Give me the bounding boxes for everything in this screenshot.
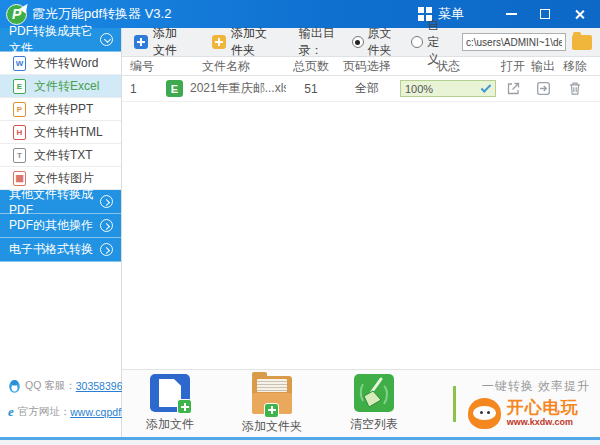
file-name: 2021年重庆邮...xls: [190, 80, 286, 97]
minimize-icon: [506, 13, 517, 15]
add-file-button[interactable]: 添加文件: [134, 25, 184, 59]
sidebar-item-label: 文件转Word: [34, 55, 98, 72]
plus-icon: [177, 399, 192, 414]
chevron-right-icon: [100, 195, 113, 208]
brand-site: www.kxdw.com: [507, 418, 579, 428]
browser-icon: e: [8, 404, 14, 420]
table-header: 编号 文件名称 总页数 页码选择 状态 打开 输出 移除: [122, 57, 600, 76]
toolbar: 添加文件 添加文件夹 输出目录： 原文件夹 自定义: [122, 28, 600, 57]
clear-list-icon: [354, 374, 394, 412]
open-file-button[interactable]: [498, 81, 528, 96]
maximize-icon: [540, 9, 550, 19]
output-path-input[interactable]: [462, 33, 566, 51]
add-folder-label: 添加文件夹: [231, 25, 271, 59]
minimize-button[interactable]: [498, 2, 524, 26]
check-icon: [481, 82, 492, 93]
big-add-file-button[interactable]: 添加文件: [146, 374, 194, 433]
sidebar-item-label: 文件转图片: [34, 170, 94, 187]
page-select-value[interactable]: 全部: [336, 80, 398, 97]
sidebar-item-label: 文件转PPT: [34, 101, 93, 118]
add-folder-icon: [212, 35, 226, 49]
qq-icon: [8, 379, 21, 393]
contact-info: QQ 客服： 303583960 e 官方网址： www.cqpdf.net: [0, 373, 121, 437]
window-title: 霞光万能pdf转换器 V3.2: [32, 5, 171, 23]
browse-folder-button[interactable]: [572, 35, 592, 50]
close-icon: [574, 9, 585, 20]
maximize-button[interactable]: [532, 2, 558, 26]
sidebar-section-pdf-to-other[interactable]: PDF转换成其它文件: [0, 28, 121, 52]
col-name: 文件名称: [166, 58, 286, 75]
sidebar-item-pdf-to-txt[interactable]: T 文件转TXT: [0, 144, 121, 167]
txt-file-icon: T: [13, 148, 26, 163]
open-external-icon: [506, 81, 521, 96]
radio-source-label: 原文件夹: [368, 25, 400, 59]
word-file-icon: W: [13, 56, 26, 71]
sidebar: PDF转换成其它文件 W 文件转Word E 文件转Excel P 文件转PPT…: [0, 28, 122, 437]
bottom-action-bar: 添加文件 添加文件夹 清空列表: [122, 369, 600, 437]
radio-unselected-icon: [411, 36, 423, 48]
promo-divider: [453, 386, 456, 422]
output-dir-label: 输出目录：: [299, 25, 344, 59]
html-file-icon: H: [13, 125, 26, 140]
remove-file-button[interactable]: [558, 81, 592, 96]
sidebar-item-pdf-to-word[interactable]: W 文件转Word: [0, 52, 121, 75]
col-page-select: 页码选择: [336, 58, 398, 75]
ppt-file-icon: P: [13, 102, 26, 117]
radio-selected-icon: [352, 36, 364, 48]
file-list-empty-area: [122, 102, 600, 369]
app-window: P 霞光万能pdf转换器 V3.2 菜单 PDF转换成其它文件 W 文件转Wor…: [0, 0, 600, 445]
kxdw-mascot-icon: [468, 398, 501, 429]
qq-number-link[interactable]: 303583960: [76, 380, 129, 392]
chevron-down-icon: [100, 33, 113, 46]
sidebar-item-label: 文件转Excel: [34, 78, 99, 95]
page-count: 51: [286, 82, 336, 96]
clear-list-button[interactable]: 清空列表: [350, 374, 398, 433]
progress-percent: 100%: [405, 83, 433, 95]
col-no: 编号: [130, 58, 166, 75]
chevron-right-icon: [100, 243, 113, 256]
main-content: 添加文件 添加文件夹 输出目录： 原文件夹 自定义: [122, 28, 600, 437]
table-row[interactable]: 1 E 2021年重庆邮...xls 51 全部 100%: [122, 76, 600, 102]
sidebar-section-label: 其他文件转换成PDF: [9, 186, 100, 217]
col-output: 输出: [528, 58, 558, 75]
col-pages: 总页数: [286, 58, 336, 75]
qq-label: QQ 客服：: [25, 379, 76, 393]
sidebar-item-pdf-to-html[interactable]: H 文件转HTML: [0, 121, 121, 144]
big-add-folder-label: 添加文件夹: [242, 418, 302, 435]
add-file-label: 添加文件: [153, 25, 184, 59]
sidebar-section-other-to-pdf[interactable]: 其他文件转换成PDF: [0, 190, 121, 214]
excel-doc-icon: E: [166, 80, 183, 97]
sidebar-item-label: 文件转TXT: [34, 147, 93, 164]
export-icon: [536, 81, 551, 96]
chevron-right-icon: [100, 219, 113, 232]
clear-list-label: 清空列表: [350, 416, 398, 433]
add-folder-big-icon: [252, 376, 292, 414]
big-add-file-label: 添加文件: [146, 416, 194, 433]
col-open: 打开: [498, 58, 528, 75]
row-number: 1: [130, 82, 166, 96]
kxdw-brand-link[interactable]: 开心电玩 www.kxdw.com: [468, 398, 590, 429]
sidebar-section-label: 电子书格式转换: [9, 241, 93, 258]
close-button[interactable]: [566, 2, 592, 26]
sidebar-item-label: 文件转HTML: [34, 124, 103, 141]
add-folder-button[interactable]: 添加文件夹: [212, 25, 271, 59]
promo-slogan: 一键转换 效率提升: [468, 378, 590, 395]
sidebar-item-pdf-to-ppt[interactable]: P 文件转PPT: [0, 98, 121, 121]
sidebar-section-ebook-convert[interactable]: 电子书格式转换: [0, 238, 121, 262]
excel-file-icon: E: [13, 79, 26, 94]
website-label: 官方网址：: [18, 405, 71, 419]
col-remove: 移除: [558, 58, 592, 75]
add-file-icon: [134, 35, 148, 49]
col-status: 状态: [398, 58, 498, 75]
sidebar-section-label: PDF的其他操作: [9, 217, 93, 234]
big-add-folder-button[interactable]: 添加文件夹: [242, 373, 302, 435]
output-file-button[interactable]: [528, 81, 558, 96]
app-logo-icon: P: [6, 4, 27, 25]
sidebar-section-pdf-operations[interactable]: PDF的其他操作: [0, 214, 121, 238]
radio-source-folder[interactable]: 原文件夹: [352, 25, 400, 59]
promo-area: 一键转换 效率提升 开心电玩 www.kxdw.com: [453, 378, 600, 429]
image-file-icon: ▦: [13, 171, 26, 186]
window-bottom-edge: [0, 440, 600, 445]
sidebar-item-pdf-to-excel[interactable]: E 文件转Excel: [0, 75, 121, 98]
add-file-big-icon: [150, 374, 190, 412]
